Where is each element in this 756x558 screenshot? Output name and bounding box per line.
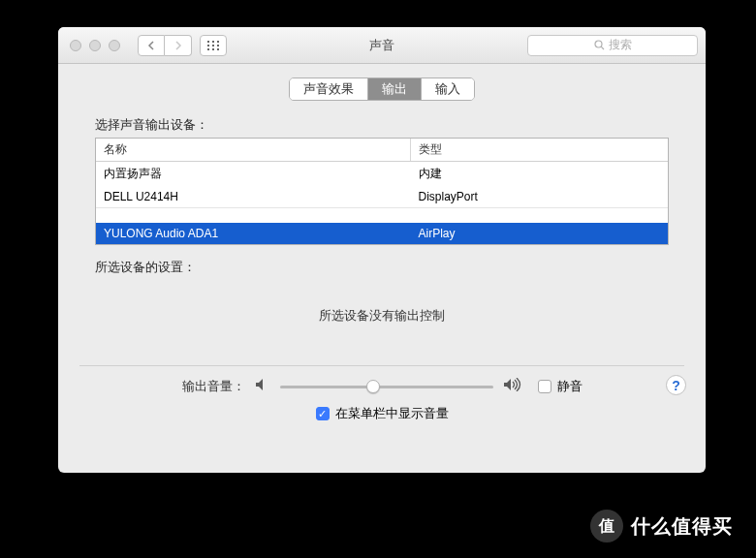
tab-output[interactable]: 输出 <box>368 78 422 100</box>
svg-rect-4 <box>212 45 214 46</box>
show-menubar-label: 在菜单栏中显示音量 <box>335 405 449 422</box>
speaker-high-icon <box>503 378 522 395</box>
zoom-button[interactable] <box>109 40 120 51</box>
output-volume-label: 输出音量： <box>182 378 245 395</box>
sound-preferences-window: 声音 搜索 声音效果 输出 输入 选择声音输出设备： 名称 类型 内置扬声器 内… <box>58 27 706 473</box>
svg-rect-2 <box>217 41 219 43</box>
close-button[interactable] <box>70 40 81 51</box>
traffic-lights <box>70 40 120 51</box>
device-list: 名称 类型 内置扬声器 内建 DELL U2414H DisplayPort Y… <box>95 138 669 245</box>
device-type: DisplayPort <box>411 186 669 207</box>
svg-rect-8 <box>217 48 219 50</box>
list-gap <box>96 207 668 223</box>
speaker-low-icon <box>255 378 270 395</box>
output-volume-row: 输出音量： 静音 <box>68 378 696 395</box>
svg-line-10 <box>601 46 604 49</box>
divider <box>79 365 684 366</box>
tab-control: 声音效果 输出 输入 <box>289 78 475 101</box>
column-type[interactable]: 类型 <box>411 139 669 161</box>
watermark: 值 什么值得买 <box>590 510 733 542</box>
no-output-control-text: 所选设备没有输出控制 <box>68 307 696 325</box>
menubar-volume-row[interactable]: 在菜单栏中显示音量 <box>68 405 696 422</box>
output-volume-slider[interactable] <box>280 379 493 394</box>
device-name: YULONG Audio ADA1 <box>96 223 411 244</box>
svg-rect-7 <box>212 48 214 50</box>
search-icon <box>594 40 605 50</box>
titlebar: 声音 搜索 <box>58 27 706 64</box>
window-title: 声音 <box>369 37 394 54</box>
svg-rect-3 <box>207 45 209 46</box>
svg-point-9 <box>595 41 602 47</box>
slider-knob[interactable] <box>366 380 380 393</box>
device-row[interactable]: 内置扬声器 内建 <box>96 162 668 186</box>
device-name: DELL U2414H <box>96 186 411 207</box>
device-name: 内置扬声器 <box>96 162 411 186</box>
watermark-text: 什么值得买 <box>631 513 733 540</box>
column-name[interactable]: 名称 <box>96 139 411 161</box>
show-menubar-checkbox[interactable] <box>316 407 330 420</box>
svg-rect-1 <box>212 41 214 43</box>
minimize-button[interactable] <box>89 40 101 51</box>
slider-track <box>280 386 493 388</box>
mute-label: 静音 <box>557 378 583 395</box>
show-all-button[interactable] <box>200 35 227 56</box>
device-type: 内建 <box>411 162 669 186</box>
forward-button[interactable] <box>165 35 192 56</box>
mute-checkbox[interactable] <box>538 380 551 393</box>
svg-rect-0 <box>207 41 209 43</box>
device-list-header: 名称 类型 <box>96 139 668 162</box>
nav-buttons <box>138 35 192 56</box>
mute-checkbox-group[interactable]: 静音 <box>538 378 583 395</box>
help-button[interactable]: ? <box>666 375 686 395</box>
watermark-badge: 值 <box>590 510 623 542</box>
device-row[interactable]: DELL U2414H DisplayPort <box>96 186 668 207</box>
device-row[interactable]: YULONG Audio ADA1 AirPlay <box>96 223 668 244</box>
back-button[interactable] <box>138 35 165 56</box>
svg-rect-5 <box>217 45 219 46</box>
settings-label: 所选设备的设置： <box>95 259 696 276</box>
tab-sound-effects[interactable]: 声音效果 <box>290 78 368 100</box>
search-input[interactable]: 搜索 <box>527 35 698 56</box>
search-placeholder: 搜索 <box>609 37 632 53</box>
tab-input[interactable]: 输入 <box>422 78 474 100</box>
content-area: 声音效果 输出 输入 选择声音输出设备： 名称 类型 内置扬声器 内建 DELL… <box>58 64 706 473</box>
svg-rect-6 <box>207 48 209 50</box>
choose-device-label: 选择声音输出设备： <box>95 116 696 134</box>
device-type: AirPlay <box>411 223 669 244</box>
